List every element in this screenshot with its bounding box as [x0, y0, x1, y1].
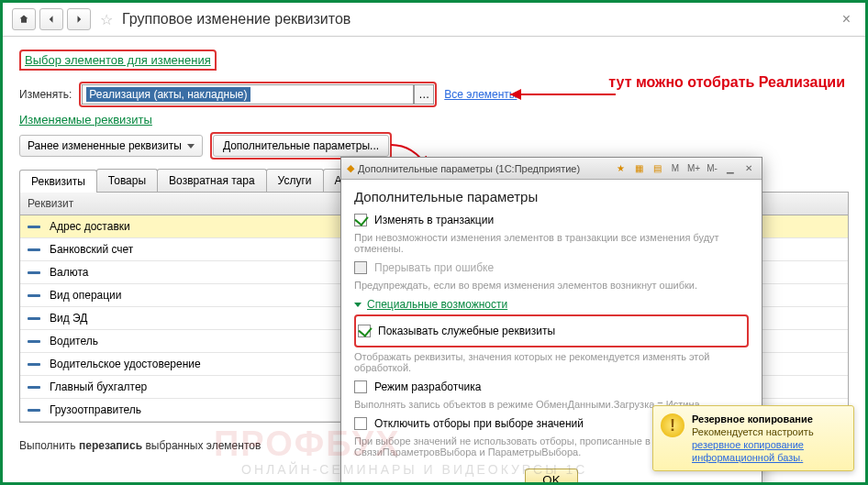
dev-mode-checkbox[interactable]: [354, 380, 367, 393]
back-button[interactable]: [39, 8, 63, 30]
row-marker-icon: [28, 226, 40, 228]
show-service-hint: Отображать реквизиты, значения которых н…: [354, 351, 749, 373]
show-service-highlight: Показывать служебные реквизиты: [354, 314, 749, 347]
row-marker-icon: [28, 386, 40, 389]
prev-changed-label: Ранее измененные реквизиты: [28, 139, 182, 152]
mminus-icon[interactable]: M-: [705, 161, 719, 176]
dialog-titlebar[interactable]: ◆ Дополнительные параметры (1С:Предприят…: [341, 158, 762, 180]
row-marker-icon: [28, 271, 40, 274]
show-service-checkbox[interactable]: [358, 325, 371, 337]
dev-mode-label: Режим разработчика: [374, 380, 481, 393]
calc-icon[interactable]: ▤: [650, 161, 664, 176]
home-icon: [18, 14, 29, 25]
section-select-title: Выбор элементов для изменения: [19, 50, 217, 71]
abort-hint: Предупреждать, если во время изменения э…: [354, 280, 749, 291]
toast-text: Рекомендуется настроить: [692, 426, 846, 437]
favorite-icon[interactable]: ☆: [100, 11, 113, 28]
change-input-value: Реализация (акты, накладные): [86, 87, 250, 102]
extra-params-label: Дополнительные параметры...: [223, 139, 379, 152]
change-label: Изменять:: [19, 88, 72, 101]
row-marker-icon: [28, 294, 40, 297]
toast-link1[interactable]: резервное копирование: [692, 439, 846, 450]
disable-filters-label: Отключить отборы при выборе значений: [374, 417, 584, 430]
m-icon[interactable]: M: [668, 161, 683, 176]
tab-requisites[interactable]: Реквизиты: [19, 170, 97, 193]
page-title: Групповое изменение реквизитов: [122, 11, 351, 28]
app-icon: ◆: [347, 162, 354, 174]
toast-title: Резервное копирование: [692, 413, 846, 424]
backup-toast: ! Резервное копирование Рекомендуется на…: [652, 405, 854, 471]
row-marker-icon: [28, 340, 40, 343]
dialog-min-icon[interactable]: ▁: [723, 161, 738, 176]
disable-filters-checkbox[interactable]: [354, 417, 367, 430]
special-expander[interactable]: Специальные возможности: [354, 298, 749, 311]
abort-checkbox: [354, 261, 367, 274]
show-service-label: Показывать служебные реквизиты: [378, 325, 555, 337]
doc-icon[interactable]: ▦: [631, 161, 646, 176]
row-marker-icon: [28, 363, 40, 366]
change-input[interactable]: Реализация (акты, накладные): [82, 84, 414, 105]
home-button[interactable]: [12, 8, 36, 30]
fav-icon[interactable]: ★: [613, 161, 628, 176]
row-marker-icon: [28, 248, 40, 251]
row-marker-icon: [28, 317, 40, 320]
toast-link2[interactable]: информационной базы.: [692, 452, 846, 463]
tab-returnable[interactable]: Возвратная тара: [157, 169, 267, 192]
section-attrs-title: Изменяемые реквизиты: [19, 113, 849, 127]
row-marker-icon: [28, 409, 40, 412]
transact-hint: При невозможности изменения элементов в …: [354, 232, 749, 254]
close-button[interactable]: ×: [837, 11, 856, 28]
abort-label: Прерывать при ошибке: [374, 261, 494, 274]
prev-changed-dropdown[interactable]: Ранее измененные реквизиты: [19, 135, 203, 157]
mplus-icon[interactable]: M+: [686, 161, 701, 176]
transact-label: Изменять в транзакции: [374, 214, 494, 226]
all-elements-link[interactable]: Все элементы: [444, 88, 517, 101]
forward-button[interactable]: [67, 8, 91, 30]
chevron-down-icon: [354, 303, 362, 307]
ok-button[interactable]: OK: [525, 468, 577, 485]
extra-params-highlight: Дополнительные параметры...: [210, 132, 392, 160]
annotation-text: тут можно отобрать Реализации: [608, 74, 845, 91]
caret-down-icon: [187, 144, 195, 149]
main-toolbar: ☆ Групповое изменение реквизитов ×: [3, 3, 865, 37]
tab-goods[interactable]: Товары: [96, 169, 158, 192]
dialog-close-icon[interactable]: ✕: [741, 161, 756, 176]
tab-services[interactable]: Услуги: [266, 169, 324, 192]
extra-params-button[interactable]: Дополнительные параметры...: [213, 135, 389, 157]
warning-icon: !: [661, 413, 684, 437]
special-label: Специальные возможности: [367, 298, 507, 311]
change-input-highlight: Реализация (акты, накладные) …: [79, 82, 437, 107]
dialog-title: Дополнительные параметры (1С:Предприятие…: [358, 163, 580, 174]
dialog-heading: Дополнительные параметры: [354, 189, 749, 204]
open-picker-button[interactable]: …: [414, 84, 434, 105]
arrow-left-icon: [46, 14, 57, 25]
arrow-right-icon: [73, 14, 84, 25]
transact-checkbox[interactable]: [354, 214, 367, 226]
